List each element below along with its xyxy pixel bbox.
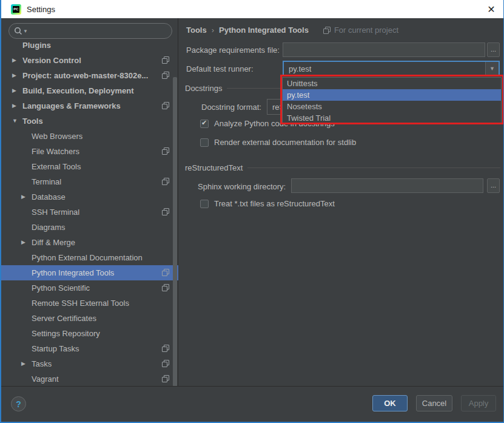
sidebar-item-terminal[interactable]: Terminal	[1, 174, 178, 189]
breadcrumb-tools[interactable]: Tools	[186, 25, 207, 35]
package-requirements-input[interactable]	[283, 42, 485, 57]
settings-tree: Plugins▶Version Control▶Project: auto-we…	[1, 38, 178, 387]
sidebar-item-python-scientific[interactable]: Python Scientific	[1, 280, 178, 296]
default-test-runner-combobox[interactable]: py.test ▼	[283, 61, 500, 76]
search-input[interactable]	[28, 27, 172, 36]
docstrings-section-label: Docstrings	[185, 84, 222, 93]
project-scope-icon	[162, 102, 169, 109]
sidebar-item-label: Settings Repository	[32, 326, 100, 341]
sidebar-item-label: File Watchers	[32, 144, 79, 159]
sidebar-item-label: Remote SSH External Tools	[32, 296, 129, 311]
project-scope-icon	[162, 72, 169, 79]
pycharm-logo-icon: PC	[11, 4, 21, 15]
cancel-button[interactable]: Cancel	[416, 395, 452, 411]
sidebar-item-version-control[interactable]: ▶Version Control	[1, 53, 178, 68]
sidebar-item-label: Python External Documentation	[32, 250, 143, 265]
sidebar-item-settings-repository[interactable]: Settings Repository	[1, 326, 178, 341]
settings-dialog: PC Settings ✕ ▼ Plugins▶Version Control▶…	[0, 0, 504, 423]
dropdown-option-nosetests[interactable]: Nosetests	[283, 101, 501, 112]
sidebar-item-label: External Tools	[32, 159, 81, 174]
project-scope-icon	[162, 178, 169, 185]
sidebar-item-label: Database	[32, 189, 66, 205]
project-scope-icon	[162, 56, 169, 64]
dropdown-option-unittests[interactable]: Unittests	[283, 78, 501, 89]
sidebar-item-label: Build, Execution, Deployment	[22, 83, 133, 98]
rest-section-header: reStructuredText	[185, 163, 500, 172]
expand-arrow-icon[interactable]: ▶	[12, 98, 16, 113]
sidebar-item-tools[interactable]: ▼Tools	[1, 113, 178, 129]
sidebar-item-vagrant[interactable]: Vagrant	[1, 371, 178, 387]
sphinx-browse-button[interactable]: ...	[487, 178, 500, 193]
project-scope-icon	[162, 208, 169, 215]
collapse-arrow-icon[interactable]: ▼	[12, 113, 18, 129]
sidebar-item-label: Terminal	[32, 174, 61, 189]
expand-arrow-icon[interactable]: ▶	[21, 235, 25, 250]
render-external-docs-checkbox[interactable]: Render external documentation for stdlib	[200, 138, 356, 147]
sidebar-item-ssh-terminal[interactable]: SSH Terminal	[1, 205, 178, 220]
sidebar-item-label: Plugins	[22, 38, 51, 53]
combobox-arrow-icon[interactable]: ▼	[485, 62, 499, 75]
sphinx-directory-input[interactable]	[291, 178, 483, 193]
default-test-runner-value: py.test	[284, 64, 485, 73]
sidebar-item-label: Startup Tasks	[32, 341, 79, 356]
dropdown-option-twisted-trial[interactable]: Twisted Trial	[283, 112, 501, 124]
treat-txt-label: Treat *.txt files as reStructuredText	[214, 199, 335, 208]
docstring-format-label: Docstring format:	[201, 103, 261, 112]
sidebar-item-label: Project: auto-web-master-8302e...	[22, 68, 148, 83]
sidebar-scrollbar[interactable]	[173, 77, 177, 387]
scope-label: For current project	[334, 25, 398, 35]
sidebar-item-diff-merge[interactable]: ▶Diff & Merge	[1, 235, 178, 250]
sidebar-item-project-auto-web-master-8302e[interactable]: ▶Project: auto-web-master-8302e...	[1, 68, 178, 83]
sidebar-item-build-execution-deployment[interactable]: ▶Build, Execution, Deployment	[1, 83, 178, 98]
sidebar-item-remote-ssh-external-tools[interactable]: Remote SSH External Tools	[1, 296, 178, 311]
package-requirements-label: Package requirements file:	[186, 46, 280, 55]
page-title: Python Integrated Tools	[219, 25, 309, 35]
search-icon	[14, 27, 22, 35]
treat-txt-checkbox[interactable]: Treat *.txt files as reStructuredText	[200, 199, 335, 208]
expand-arrow-icon[interactable]: ▶	[21, 356, 25, 371]
section-divider	[247, 168, 500, 168]
sidebar-item-external-tools[interactable]: External Tools	[1, 159, 178, 174]
project-scope-icon	[162, 375, 169, 382]
sidebar-item-startup-tasks[interactable]: Startup Tasks	[1, 341, 178, 356]
sidebar-item-diagrams[interactable]: Diagrams	[1, 220, 178, 235]
apply-button: Apply	[461, 395, 496, 411]
sidebar-item-plugins[interactable]: Plugins	[1, 38, 178, 53]
sidebar-item-python-integrated-tools[interactable]: Python Integrated Tools	[1, 265, 178, 280]
checkbox-unchecked-icon[interactable]	[200, 200, 209, 208]
sidebar-item-languages-frameworks[interactable]: ▶Languages & Frameworks	[1, 98, 178, 113]
sidebar-item-web-browsers[interactable]: Web Browsers	[1, 129, 178, 144]
sidebar-item-database[interactable]: ▶Database	[1, 189, 178, 205]
checkbox-checked-icon[interactable]	[200, 120, 209, 128]
footer-bar: ? OK Cancel Apply	[1, 386, 503, 422]
dropdown-option-py-test[interactable]: py.test	[283, 89, 501, 101]
settings-search[interactable]: ▼	[8, 23, 172, 39]
project-scope-icon	[162, 360, 169, 367]
sidebar-item-label: Python Scientific	[32, 280, 90, 296]
sidebar-item-label: Tools	[22, 113, 43, 129]
sidebar-item-file-watchers[interactable]: File Watchers	[1, 144, 178, 159]
breadcrumb-separator: ›	[212, 25, 214, 35]
help-button[interactable]: ?	[11, 396, 26, 411]
expand-arrow-icon[interactable]: ▶	[21, 189, 25, 205]
sidebar-item-label: Languages & Frameworks	[22, 98, 121, 113]
sidebar-item-label: Tasks	[32, 356, 52, 371]
ok-button[interactable]: OK	[372, 395, 408, 411]
scope-indicator: For current project	[323, 25, 398, 35]
close-icon[interactable]: ✕	[484, 2, 499, 16]
checkbox-unchecked-icon[interactable]	[200, 138, 209, 147]
sidebar-item-server-certificates[interactable]: Server Certificates	[1, 311, 178, 326]
expand-arrow-icon[interactable]: ▶	[12, 68, 16, 83]
sidebar-item-tasks[interactable]: ▶Tasks	[1, 356, 178, 371]
project-scope-icon	[162, 345, 169, 352]
breadcrumb: Tools › Python Integrated Tools For curr…	[186, 25, 398, 35]
expand-arrow-icon[interactable]: ▶	[12, 83, 16, 98]
search-history-caret-icon[interactable]: ▼	[23, 29, 28, 34]
package-browse-button[interactable]: ...	[487, 42, 500, 57]
sidebar-item-label: Diagrams	[32, 220, 66, 235]
expand-arrow-icon[interactable]: ▶	[12, 53, 16, 68]
settings-sidebar: ▼ Plugins▶Version Control▶Project: auto-…	[1, 18, 178, 387]
sidebar-item-python-external-documentation[interactable]: Python External Documentation	[1, 250, 178, 265]
sidebar-item-label: Diff & Merge	[32, 235, 75, 250]
rest-section-label: reStructuredText	[185, 163, 243, 172]
